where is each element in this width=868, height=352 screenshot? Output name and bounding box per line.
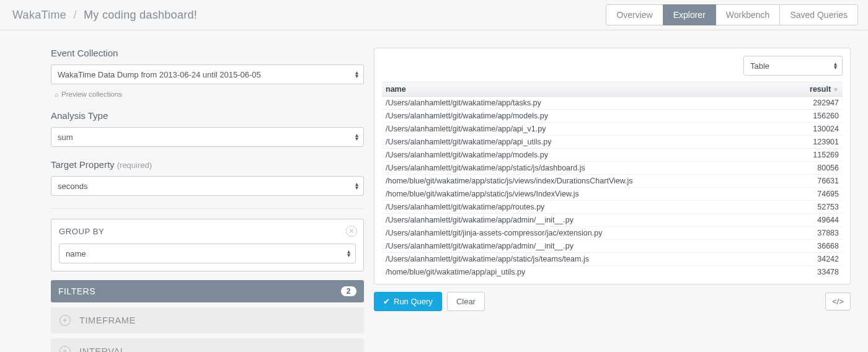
target-property-value: seconds (58, 182, 87, 191)
table-row[interactable]: /Users/alanhamlett/git/wakatime/app/stat… (382, 253, 843, 266)
chevron-updown-icon: ▴▾ (347, 250, 350, 257)
tab-explorer[interactable]: Explorer (663, 4, 716, 25)
timeframe-title: TIMEFRAME (79, 315, 136, 325)
col-result-label: result (810, 85, 831, 94)
analysis-type-value: sum (58, 133, 73, 142)
groupby-value: name (66, 249, 86, 258)
run-query-button[interactable]: ✔ Run Query (374, 292, 442, 311)
target-property-required: (required) (117, 161, 152, 170)
event-collection-value: WakaTime Data Dump from 2013-06-24 until… (58, 70, 261, 79)
search-icon: ⌕ (55, 90, 59, 98)
chevron-updown-icon: ▴▾ (834, 62, 837, 69)
cell-name: /Users/alanhamlett/git/wakatime/app/task… (382, 97, 793, 110)
filters-count-badge: 2 (341, 286, 356, 296)
table-row[interactable]: /Users/alanhamlett/git/wakatime/app/api_… (382, 136, 843, 149)
chevron-updown-icon: ▴▾ (355, 71, 358, 78)
breadcrumb-root[interactable]: WakaTime (12, 9, 66, 21)
cell-result: 292947 (793, 97, 843, 110)
cell-name: /Users/alanhamlett/git/wakatime/app/stat… (382, 253, 793, 266)
cell-result: 76631 (793, 175, 843, 188)
clear-button[interactable]: Clear (447, 292, 485, 311)
preview-collections-link[interactable]: ⌕ Preview collections (55, 90, 364, 98)
cell-result: 52753 (793, 201, 843, 214)
target-property-select[interactable]: seconds ▴▾ (51, 176, 364, 196)
table-row[interactable]: /Users/alanhamlett/git/wakatime/app/stat… (382, 162, 843, 175)
table-row[interactable]: /home/blue/git/wakatime/app/static/js/vi… (382, 188, 843, 201)
results-pane: Table ▴▾ name result▼ /Users/alanhamlett (374, 48, 851, 352)
view-mode-select[interactable]: Table ▴▾ (743, 56, 843, 76)
cell-name: /Users/alanhamlett/git/wakatime/app/admi… (382, 240, 793, 253)
table-row[interactable]: /Users/alanhamlett/git/wakatime/app/api_… (382, 123, 843, 136)
cell-result: 36668 (793, 240, 843, 253)
table-row[interactable]: /Users/alanhamlett/git/wakatime/app/mode… (382, 149, 843, 162)
code-toggle-button[interactable]: </> (825, 293, 851, 310)
col-name[interactable]: name (382, 82, 793, 97)
cell-result: 74695 (793, 188, 843, 201)
tab-saved-queries[interactable]: Saved Queries (779, 4, 858, 25)
interval-title: INTERVAL (79, 346, 125, 352)
table-row[interactable]: /Users/alanhamlett/git/wakatime/app/mode… (382, 110, 843, 123)
page-title: My coding dashboard! (84, 9, 197, 21)
check-icon: ✔ (383, 297, 390, 306)
cell-name: /Users/alanhamlett/git/wakatime/app/stat… (382, 162, 793, 175)
breadcrumb: WakaTime / My coding dashboard! (12, 9, 197, 22)
sort-desc-icon: ▼ (833, 86, 839, 93)
filters-title: FILTERS (58, 286, 95, 296)
cell-result: 33478 (793, 266, 843, 277)
chevron-updown-icon: ▴▾ (355, 133, 358, 141)
results-table-wrap[interactable]: name result▼ /Users/alanhamlett/git/waka… (382, 82, 843, 276)
cell-result: 156260 (793, 110, 843, 123)
nav-tabs: Overview Explorer Workbench Saved Querie… (606, 4, 858, 25)
breadcrumb-sep: / (73, 9, 76, 21)
preview-collections-label: Preview collections (61, 90, 122, 98)
event-collection-select[interactable]: WakaTime Data Dump from 2013-06-24 until… (51, 64, 364, 84)
col-result[interactable]: result▼ (793, 82, 843, 97)
divider (51, 208, 364, 209)
cell-name: /Users/alanhamlett/git/wakatime/app/rout… (382, 201, 793, 214)
table-row[interactable]: /Users/alanhamlett/git/wakatime/app/admi… (382, 240, 843, 253)
table-row[interactable]: /Users/alanhamlett/git/jinja-assets-comp… (382, 227, 843, 240)
table-row[interactable]: /home/blue/git/wakatime/app/static/js/vi… (382, 175, 843, 188)
cell-name: /home/blue/git/wakatime/app/api_utils.py (382, 266, 793, 277)
cell-name: /Users/alanhamlett/git/wakatime/app/admi… (382, 214, 793, 227)
interval-accordion[interactable]: + INTERVAL (51, 338, 364, 352)
chevron-updown-icon: ▴▾ (355, 182, 358, 190)
cell-result: 123901 (793, 136, 843, 149)
cell-name: /home/blue/git/wakatime/app/static/js/vi… (382, 175, 793, 188)
run-query-label: Run Query (394, 297, 433, 306)
cell-result: 115269 (793, 149, 843, 162)
query-form: Event Collection WakaTime Data Dump from… (51, 48, 364, 352)
cell-name: /home/blue/git/wakatime/app/static/js/vi… (382, 188, 793, 201)
target-property-label: Target Property (required) (51, 159, 364, 170)
groupby-title: GROUP BY (59, 227, 356, 236)
target-property-label-text: Target Property (51, 159, 115, 170)
results-table: name result▼ /Users/alanhamlett/git/waka… (382, 82, 843, 276)
topbar: WakaTime / My coding dashboard! Overview… (0, 0, 868, 30)
cell-name: /Users/alanhamlett/git/wakatime/app/api_… (382, 136, 793, 149)
analysis-type-select[interactable]: sum ▴▾ (51, 127, 364, 147)
timeframe-accordion[interactable]: + TIMEFRAME (51, 307, 364, 333)
cell-name: /Users/alanhamlett/git/jinja-assets-comp… (382, 227, 793, 240)
plus-icon: + (60, 346, 71, 352)
tab-workbench[interactable]: Workbench (715, 4, 781, 25)
cell-result: 34242 (793, 253, 843, 266)
results-panel: Table ▴▾ name result▼ /Users/alanhamlett (374, 48, 851, 284)
cell-result: 130024 (793, 123, 843, 136)
table-row[interactable]: /Users/alanhamlett/git/wakatime/app/rout… (382, 201, 843, 214)
cell-name: /Users/alanhamlett/git/wakatime/app/mode… (382, 110, 793, 123)
tab-overview[interactable]: Overview (606, 4, 663, 25)
table-row[interactable]: /Users/alanhamlett/git/wakatime/app/admi… (382, 214, 843, 227)
plus-icon: + (60, 315, 71, 326)
filters-accordion[interactable]: FILTERS 2 (51, 280, 364, 302)
groupby-remove-icon[interactable]: ✕ (346, 226, 357, 237)
table-row[interactable]: /Users/alanhamlett/git/wakatime/app/task… (382, 97, 843, 110)
cell-result: 37883 (793, 227, 843, 240)
event-collection-label: Event Collection (51, 48, 364, 58)
cell-result: 49644 (793, 214, 843, 227)
table-row[interactable]: /home/blue/git/wakatime/app/api_utils.py… (382, 266, 843, 277)
analysis-type-label: Analysis Type (51, 110, 364, 121)
action-bar: ✔ Run Query Clear </> (374, 292, 851, 311)
cell-name: /Users/alanhamlett/git/wakatime/app/mode… (382, 149, 793, 162)
groupby-box: GROUP BY ✕ name ▴▾ (51, 219, 364, 271)
groupby-select[interactable]: name ▴▾ (59, 244, 356, 263)
